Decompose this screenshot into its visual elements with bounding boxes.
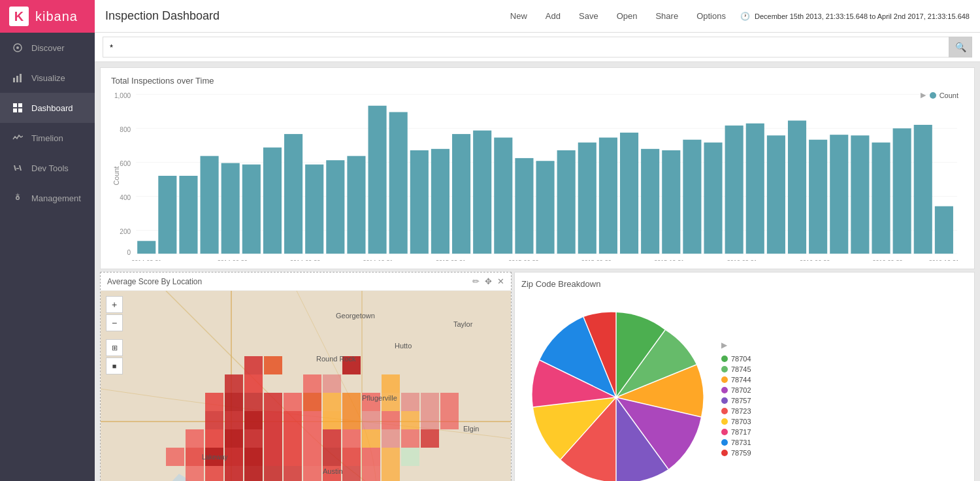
add-button[interactable]: Add — [542, 8, 564, 24]
map-edit-button[interactable]: ✏ — [472, 276, 480, 286]
legend-label-78757: 78757 — [731, 397, 751, 405]
svg-rect-88 — [225, 393, 243, 411]
svg-point-1 — [16, 46, 19, 49]
map-select-button[interactable]: ⊞ — [106, 339, 123, 356]
sidebar-item-discover[interactable]: Discover — [0, 33, 95, 63]
open-button[interactable]: Open — [613, 8, 642, 24]
svg-rect-37 — [452, 134, 470, 254]
svg-rect-59 — [914, 125, 932, 254]
visualize-icon — [12, 72, 24, 84]
svg-rect-104 — [284, 411, 302, 429]
svg-rect-33 — [368, 106, 387, 254]
map-close-button[interactable]: ✕ — [497, 276, 504, 286]
sidebar-item-devtools[interactable]: Dev Tools — [0, 153, 95, 183]
legend-label-78759: 78759 — [731, 449, 751, 457]
svg-rect-55 — [830, 135, 848, 254]
legend-dot-78744 — [721, 376, 728, 383]
svg-rect-113 — [186, 429, 204, 448]
svg-rect-25 — [201, 156, 219, 254]
svg-rect-119 — [303, 429, 321, 448]
svg-rect-126 — [166, 448, 184, 466]
time-range-display[interactable]: 🕐 December 15th 2013, 21:33:15.648 to Ap… — [740, 12, 970, 21]
zoom-out-button[interactable]: − — [106, 314, 123, 331]
pie-panel-title: Zip Code Breakdown — [521, 279, 968, 289]
management-label: Management — [31, 193, 81, 203]
svg-text:Taylor: Taylor — [453, 320, 473, 328]
visualize-label: Visualize — [31, 73, 65, 83]
new-button[interactable]: New — [506, 8, 531, 24]
svg-rect-138 — [401, 448, 419, 466]
svg-rect-92 — [303, 393, 321, 411]
sidebar-item-management[interactable]: Management — [0, 183, 95, 213]
svg-rect-90 — [264, 393, 282, 411]
svg-rect-137 — [382, 448, 400, 466]
sidebar-item-visualize[interactable]: Visualize — [0, 63, 95, 93]
save-button[interactable]: Save — [575, 8, 602, 24]
svg-rect-53 — [788, 121, 806, 254]
svg-rect-136 — [362, 448, 380, 466]
svg-text:Count: Count — [113, 166, 120, 185]
legend-item-78731: 78731 — [721, 439, 751, 446]
svg-rect-43 — [578, 142, 596, 254]
svg-rect-94 — [342, 393, 361, 411]
svg-rect-98 — [421, 393, 439, 411]
svg-rect-144 — [284, 466, 302, 481]
svg-rect-122 — [362, 429, 380, 448]
zoom-in-button[interactable]: + — [106, 296, 123, 313]
kibana-logo-text: kibana — [35, 9, 78, 24]
pie-svg-wrapper — [521, 303, 711, 481]
svg-text:1,000: 1,000 — [114, 91, 131, 99]
search-button[interactable]: 🔍 — [949, 37, 972, 58]
svg-rect-140 — [205, 466, 223, 481]
svg-text:2014-12-31: 2014-12-31 — [363, 258, 393, 261]
svg-rect-114 — [205, 429, 223, 448]
search-input[interactable] — [103, 37, 949, 58]
svg-rect-130 — [244, 448, 263, 466]
map-panel-icons: ✏ ✥ ✕ — [472, 276, 504, 286]
svg-rect-116 — [244, 429, 263, 448]
svg-text:2016-12-31: 2016-12-31 — [929, 258, 959, 261]
sidebar-item-dashboard[interactable]: Dashboard — [0, 93, 95, 123]
map-svg: Georgetown Taylor Hutto Round Rock Pflug… — [101, 291, 511, 481]
logo-area: K kibana — [0, 0, 95, 33]
legend-label-78744: 78744 — [731, 376, 751, 384]
legend-color-dot — [930, 92, 936, 99]
svg-text:800: 800 — [120, 125, 131, 133]
legend-dot-78731 — [721, 439, 728, 446]
discover-label: Discover — [31, 43, 65, 53]
legend-item-78759: 78759 — [721, 449, 751, 457]
legend-item-78757: 78757 — [721, 397, 751, 405]
share-button[interactable]: Share — [651, 8, 682, 24]
legend-nav-icon[interactable]: ▶ — [921, 91, 926, 99]
svg-rect-124 — [401, 429, 419, 448]
pie-legend-prev[interactable]: ▶ — [721, 340, 751, 350]
options-button[interactable]: Options — [693, 8, 730, 24]
svg-rect-115 — [225, 429, 243, 448]
svg-rect-8 — [18, 108, 22, 112]
svg-rect-31 — [326, 160, 344, 254]
dashboard-icon — [12, 102, 24, 114]
svg-text:2016-03-31: 2016-03-31 — [727, 258, 757, 261]
svg-rect-82 — [225, 374, 243, 393]
map-stop-button[interactable]: ■ — [106, 357, 123, 374]
pie-chart-area: ▶ 78704 78745 78744 — [521, 294, 968, 481]
svg-rect-48 — [683, 140, 701, 254]
legend-item-count: Count — [930, 91, 958, 99]
svg-rect-39 — [494, 138, 512, 254]
svg-rect-99 — [440, 393, 459, 411]
search-icon: 🔍 — [955, 42, 966, 52]
svg-text:Lakeway: Lakeway — [202, 454, 227, 461]
map-expand-button[interactable]: ✥ — [485, 276, 492, 286]
svg-rect-5 — [13, 103, 17, 107]
svg-rect-54 — [809, 140, 827, 254]
svg-text:Hutto: Hutto — [395, 342, 412, 350]
svg-rect-135 — [342, 448, 361, 466]
svg-text:2015-06-30: 2015-06-30 — [508, 258, 538, 261]
svg-rect-118 — [284, 429, 302, 448]
svg-rect-34 — [389, 112, 408, 254]
legend-dot-78702 — [721, 387, 728, 393]
sidebar-item-timelion[interactable]: Timelion — [0, 123, 95, 153]
legend-dot-78704 — [721, 356, 728, 362]
svg-rect-36 — [431, 149, 449, 254]
svg-rect-149 — [382, 466, 400, 481]
